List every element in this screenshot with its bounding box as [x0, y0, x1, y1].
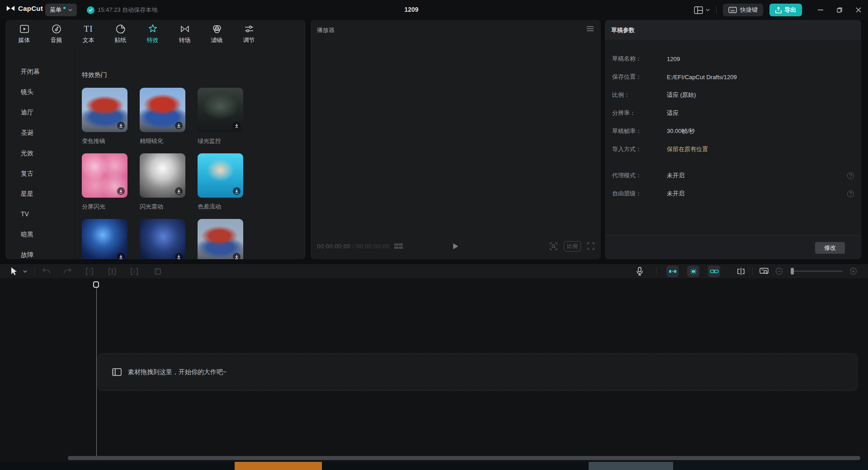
category-item[interactable]: 圣诞 [5, 123, 74, 143]
tab-effects[interactable]: 特效 [137, 20, 169, 47]
minimize-button[interactable] [811, 0, 830, 20]
effect-thumbnail[interactable] [82, 153, 127, 198]
effect-card[interactable]: 表面模糊 [198, 219, 243, 259]
timeline-area[interactable]: 素材拖拽到这里，开始你的大作吧~ [0, 278, 868, 462]
export-button[interactable]: 导出 [769, 4, 802, 16]
ratio-button[interactable]: 比例 [564, 241, 581, 252]
link-clips-toggle[interactable] [708, 266, 720, 277]
layout-panels-icon[interactable] [694, 6, 703, 14]
tab-label: 转场 [179, 36, 191, 44]
timeline-fit-icon[interactable] [758, 264, 770, 278]
zoom-in-icon[interactable] [848, 264, 858, 278]
effect-card[interactable]: 分屏闪光 [82, 153, 127, 219]
tab-adjust[interactable]: 调节 [233, 20, 265, 47]
shortcuts-button[interactable]: 快捷键 [723, 4, 763, 16]
download-icon[interactable] [117, 187, 125, 195]
effect-name: 色差流动 [198, 198, 243, 219]
modify-button[interactable]: 修改 [815, 242, 845, 254]
zoom-slider-handle[interactable] [791, 268, 794, 275]
effect-thumbnail[interactable] [140, 88, 185, 132]
redo-icon[interactable] [62, 264, 73, 278]
media-drop-zone[interactable]: 素材拖拽到这里，开始你的大作吧~ [97, 353, 858, 391]
param-value: 保留在原有位置 [667, 145, 708, 153]
category-item[interactable]: 复古 [5, 163, 74, 184]
download-icon[interactable] [117, 122, 125, 129]
download-icon[interactable] [117, 253, 125, 259]
crop-icon[interactable] [152, 264, 163, 278]
tab-filter[interactable]: 滤镜 [201, 20, 233, 47]
effect-card[interactable]: 色差流动 [198, 153, 243, 219]
autosave-status: 15:47:23 自动保存本地 [87, 6, 157, 14]
param-label: 草稿帧率： [605, 127, 667, 135]
tab-sticker[interactable]: 贴纸 [104, 20, 137, 47]
download-icon[interactable] [233, 253, 241, 259]
effect-card[interactable]: 变焦推镜 [82, 88, 127, 153]
timeline-horizontal-scrollbar[interactable] [68, 456, 860, 460]
effect-card[interactable]: 光谱扫描 [140, 219, 185, 259]
player-menu-icon[interactable] [587, 26, 594, 31]
effect-thumbnail[interactable] [198, 88, 243, 132]
tab-text[interactable]: TI 文本 [72, 20, 104, 47]
timecode-current: 00:00:00:00 [317, 243, 350, 250]
linkage-toggle[interactable] [687, 266, 699, 277]
preview-axis-icon[interactable] [735, 264, 747, 278]
effect-card[interactable]: 精细锐化 [140, 88, 185, 153]
auto-snap-toggle[interactable] [666, 266, 679, 277]
layout-chevron-icon[interactable] [706, 9, 710, 11]
tab-audio[interactable]: 音频 [40, 20, 72, 47]
effect-thumbnail[interactable] [82, 219, 127, 259]
frame-preview-icon[interactable] [394, 243, 403, 249]
param-value: 适应 (原始) [667, 91, 696, 99]
tab-label: 媒体 [19, 36, 30, 44]
effect-thumbnail[interactable] [140, 219, 185, 259]
select-tool-icon[interactable] [8, 264, 20, 278]
section-divider [605, 158, 861, 166]
download-icon[interactable] [175, 253, 183, 259]
tab-media[interactable]: 媒体 [8, 20, 40, 47]
download-icon[interactable] [233, 187, 241, 195]
restore-button[interactable] [830, 0, 849, 20]
category-item[interactable]: 光效 [5, 143, 74, 163]
effect-thumbnail[interactable] [140, 153, 185, 198]
category-item[interactable]: 镜头 [5, 82, 74, 102]
download-icon[interactable] [175, 187, 183, 195]
record-audio-icon[interactable] [634, 264, 646, 278]
category-item[interactable]: 暗黑 [5, 224, 74, 245]
fullscreen-icon[interactable] [587, 242, 594, 250]
zoom-out-icon[interactable] [774, 264, 784, 278]
menu-button[interactable]: 菜单 [45, 4, 77, 16]
player-title: 播放器 [317, 26, 335, 34]
delete-right-icon[interactable] [129, 264, 140, 278]
category-item[interactable]: 迪厅 [5, 102, 74, 123]
close-button[interactable] [849, 0, 868, 20]
effect-card[interactable]: 闪光震动 [140, 153, 185, 219]
timeline-zoom-slider[interactable] [792, 271, 843, 272]
download-icon[interactable] [233, 122, 241, 129]
split-icon[interactable] [84, 264, 95, 278]
delete-left-icon[interactable] [107, 264, 118, 278]
effect-thumbnail[interactable] [198, 153, 243, 198]
category-item[interactable]: 星星 [5, 184, 74, 204]
effect-thumbnail[interactable] [82, 88, 127, 132]
play-button[interactable] [453, 243, 459, 250]
playhead-line[interactable] [96, 283, 97, 456]
playhead-handle[interactable] [93, 281, 99, 288]
help-icon[interactable]: ? [847, 190, 854, 197]
download-icon[interactable] [175, 122, 183, 129]
help-icon[interactable]: ? [847, 172, 854, 179]
undo-icon[interactable] [41, 264, 52, 278]
keyboard-icon [728, 7, 737, 13]
effects-gallery: 特效热门 变焦推镜 精细锐化 [75, 47, 306, 259]
category-item[interactable]: 故障 [5, 245, 74, 259]
timecode-separator: / [350, 243, 356, 250]
filter-icon [212, 23, 222, 35]
effect-card[interactable]: 绿光监控 [198, 88, 243, 153]
effect-thumbnail[interactable] [198, 219, 243, 259]
category-item[interactable]: TV [5, 204, 74, 224]
category-item[interactable]: 开闭幕 [5, 62, 74, 82]
select-tool-chevron-icon[interactable] [21, 264, 28, 278]
export-icon [775, 7, 782, 14]
zoom-fit-icon[interactable] [550, 242, 557, 250]
effect-card[interactable]: 蓝光扫描 [82, 219, 127, 259]
tab-transition[interactable]: 转场 [169, 20, 201, 47]
